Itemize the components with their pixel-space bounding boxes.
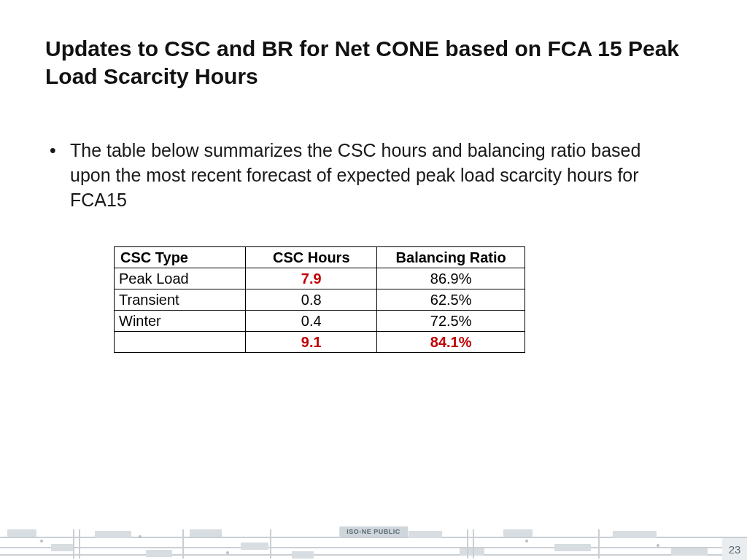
cell: Transient [115,289,246,311]
bullet-text: The table below summarizes the CSC hours… [70,140,640,210]
col-header: Balancing Ratio [377,247,525,268]
table-row: Transient 0.8 62.5% [115,289,525,311]
cell: 7.9 [246,268,377,289]
cell: 84.1% [377,332,525,353]
footer-badge: ISO-NE PUBLIC [339,526,408,537]
cell: Winter [115,311,246,332]
col-header: CSC Type [115,247,246,268]
table-row: Peak Load 7.9 86.9% [115,268,525,289]
col-header: CSC Hours [246,247,377,268]
slide: Updates to CSC and BR for Net CONE based… [0,0,747,560]
slide-footer: ISO-NE PUBLIC 23 [0,522,747,560]
cell: 0.4 [246,311,377,332]
cell: 0.8 [246,289,377,311]
slide-title: Updates to CSC and BR for Net CONE based… [45,35,687,90]
bullet-dot-icon: • [50,139,56,163]
table-row: Winter 0.4 72.5% [115,311,525,332]
cell: Peak Load [115,268,246,289]
cell: 9.1 [246,332,377,353]
page-number: 23 [722,538,747,560]
cell: 86.9% [377,268,525,289]
cell [115,332,246,353]
table-total-row: 9.1 84.1% [115,332,525,353]
cell: 62.5% [377,289,525,311]
bullet-item: • The table below summarizes the CSC hou… [70,139,683,212]
table-header-row: CSC Type CSC Hours Balancing Ratio [115,247,525,268]
cell: 72.5% [377,311,525,332]
data-table: CSC Type CSC Hours Balancing Ratio Peak … [114,246,525,353]
